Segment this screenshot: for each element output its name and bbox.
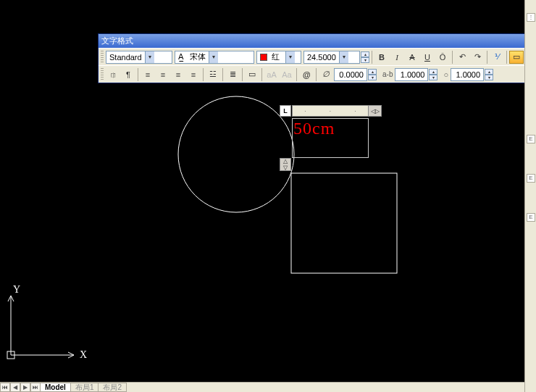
tab-nav-first-button[interactable]: ⏮ — [0, 383, 10, 392]
ruler-button[interactable]: ▭ — [509, 51, 524, 64]
rect-shape — [291, 173, 397, 273]
horizontal-ruler[interactable]: L ··· ◁▷ — [280, 105, 382, 117]
insert-field-button[interactable]: ▭ — [245, 67, 259, 82]
toolbar-title[interactable]: 文字格式 — [99, 34, 532, 48]
oblique-icon-button[interactable]: ∅ — [319, 67, 333, 82]
align-right-button[interactable]: ≡ — [171, 67, 185, 82]
underline-button[interactable]: U — [420, 50, 435, 64]
layout-tab-bar: ⏮ ◀ ▶ ⏭ Model 布局1 布局2 — [0, 382, 524, 392]
field-icon: ▭ — [248, 70, 256, 79]
spin-up-icon[interactable]: ▴ — [485, 69, 493, 75]
right-slot-1[interactable]: E — [527, 135, 535, 143]
style-dropdown[interactable]: Standard ▾ — [106, 51, 172, 64]
separator — [203, 68, 204, 81]
align-center-button[interactable]: ≡ — [156, 67, 170, 82]
grip-icon[interactable] — [101, 68, 104, 81]
mtext-editor[interactable]: L ··· ◁▷ — [280, 105, 382, 117]
color-swatch-icon — [260, 54, 267, 61]
width-factor-icon: ○ — [443, 70, 448, 79]
font-icon: A̲ — [175, 52, 187, 62]
color-dropdown[interactable]: 红 ▾ — [256, 51, 301, 64]
line-spacing-button[interactable]: ☳ — [206, 67, 220, 82]
axis-x-label: X — [80, 349, 87, 360]
uppercase-button[interactable]: aA — [264, 67, 279, 82]
align-center-icon: ≡ — [161, 70, 165, 79]
lowercase-button[interactable]: Aa — [280, 67, 294, 82]
numbering-icon: ≣ — [230, 70, 236, 79]
spin-up-icon[interactable]: ▴ — [429, 69, 437, 75]
tracking-input[interactable]: 1.0000 — [395, 68, 428, 81]
color-value: 红 — [269, 51, 282, 62]
right-slot-2[interactable]: E — [527, 174, 535, 183]
overline-button[interactable]: Ō — [435, 50, 450, 64]
tab-nav-next-button[interactable]: ▶ — [20, 383, 30, 392]
paragraph-icon: ¶ — [126, 70, 130, 79]
spin-down-icon[interactable]: ▾ — [361, 57, 369, 63]
align-distribute-button[interactable]: ≡ — [186, 67, 201, 82]
separator — [138, 68, 138, 81]
bold-button[interactable]: B — [374, 50, 389, 64]
align-right-icon: ≡ — [176, 70, 180, 79]
ruler-expand-h-button[interactable]: ◁▷ — [369, 105, 382, 117]
chevron-down-icon: ▾ — [339, 51, 348, 63]
spin-down-icon[interactable]: ▾ — [368, 75, 377, 80]
stack-button[interactable]: ⅟ — [490, 50, 504, 64]
spin-down-icon[interactable]: ▾ — [429, 75, 437, 80]
tracking-spinner[interactable]: ▴▾ — [429, 69, 437, 80]
separator — [222, 68, 223, 81]
italic-button[interactable]: I — [390, 50, 404, 64]
right-toolbar: ⋮ E E E — [524, 0, 536, 392]
ruler-track[interactable]: ··· — [292, 105, 369, 117]
paragraph-button[interactable]: ¶ — [121, 67, 135, 82]
oblique-input[interactable]: 0.0000 — [334, 68, 367, 81]
svg-line-2 — [8, 296, 11, 301]
mtext-content[interactable]: 50cm — [293, 119, 335, 138]
font-dropdown[interactable]: A̲ 宋体 ▾ — [175, 51, 254, 64]
columns-button[interactable]: ⎅ — [106, 67, 120, 82]
spin-down-icon[interactable]: ▾ — [485, 75, 493, 80]
separator — [452, 51, 453, 64]
text-format-toolbar: 文字格式 Standard ▾ A̲ 宋体 ▾ 红 ▾ 24.5000 ▾ ▴▾… — [98, 33, 533, 83]
separator — [296, 68, 297, 81]
line-spacing-icon: ☳ — [209, 70, 217, 79]
axis-y-label: Y — [13, 284, 20, 295]
oblique-icon: ∅ — [322, 70, 330, 79]
toolbar-row-1: Standard ▾ A̲ 宋体 ▾ 红 ▾ 24.5000 ▾ ▴▾ B I … — [99, 48, 532, 65]
numbering-button[interactable]: ≣ — [225, 67, 240, 82]
size-dropdown[interactable]: 24.5000 ▾ — [303, 51, 360, 64]
tab-model[interactable]: Model — [41, 383, 71, 392]
chevron-down-icon: ▾ — [285, 51, 295, 63]
strikethrough-button[interactable]: A — [405, 50, 419, 64]
separator — [261, 68, 262, 81]
oblique-spinner[interactable]: ▴▾ — [368, 69, 377, 80]
svg-line-3 — [11, 296, 14, 301]
spin-up-icon[interactable]: ▴ — [368, 69, 377, 75]
undo-button[interactable]: ↶ — [455, 50, 469, 64]
tab-layout1[interactable]: 布局1 — [71, 383, 99, 392]
align-left-icon: ≡ — [146, 70, 150, 79]
chevron-down-icon: ▾ — [209, 51, 218, 63]
tab-nav-prev-button[interactable]: ◀ — [10, 383, 20, 392]
tab-nav-last-button[interactable]: ⏭ — [30, 383, 41, 392]
ruler-expand-v-button[interactable]: △▽ — [280, 158, 291, 171]
style-value: Standard — [106, 53, 145, 62]
tracking-value: 1.0000 — [395, 70, 427, 79]
spin-up-icon[interactable]: ▴ — [361, 51, 369, 57]
ruler-origin-marker: L — [280, 105, 291, 117]
ruler-icon: ▭ — [513, 52, 520, 62]
tab-layout2[interactable]: 布局2 — [99, 383, 127, 392]
align-left-button[interactable]: ≡ — [141, 67, 155, 82]
width-factor-spinner[interactable]: ▴▾ — [485, 69, 493, 80]
svg-line-6 — [68, 355, 74, 358]
right-slot-handle[interactable]: ⋮ — [527, 13, 535, 22]
redo-button[interactable]: ↷ — [470, 50, 485, 64]
grip-icon[interactable] — [101, 51, 104, 64]
separator — [316, 68, 317, 81]
width-factor-input[interactable]: 1.0000 — [451, 68, 484, 81]
columns-icon: ⎅ — [111, 70, 116, 79]
size-spinner[interactable]: ▴▾ — [361, 51, 369, 63]
symbol-button[interactable]: @ — [299, 67, 314, 82]
toolbar-row-2: ⎅ ¶ ≡ ≡ ≡ ≡ ☳ ≣ ▭ aA Aa @ ∅ 0.0000 ▴▾ a-… — [99, 65, 532, 83]
svg-line-5 — [68, 352, 74, 355]
right-slot-3[interactable]: E — [527, 213, 535, 222]
